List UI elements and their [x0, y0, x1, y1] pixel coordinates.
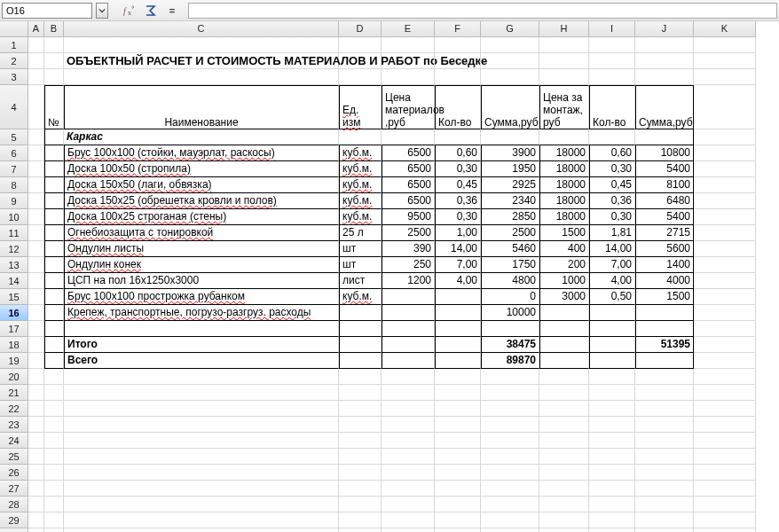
- cell-E13[interactable]: 250: [382, 257, 435, 273]
- row-header-28[interactable]: 28: [0, 497, 28, 512]
- cell-G20[interactable]: [481, 369, 539, 385]
- row-header-21[interactable]: 21: [0, 385, 28, 401]
- cell-A27[interactable]: [28, 481, 44, 497]
- cell-E2[interactable]: [382, 53, 435, 69]
- cell-J17[interactable]: [635, 321, 694, 337]
- cell-A5[interactable]: [28, 129, 44, 145]
- cell-B27[interactable]: [44, 481, 64, 497]
- cell-F2[interactable]: [435, 53, 481, 69]
- cell-K11[interactable]: [694, 225, 756, 241]
- cell-J2[interactable]: [635, 53, 694, 69]
- cell-K22[interactable]: [694, 401, 756, 417]
- cell-I5[interactable]: [589, 129, 635, 145]
- cell-D1[interactable]: [339, 37, 382, 53]
- cell-E30[interactable]: [382, 528, 435, 532]
- cell-C22[interactable]: [64, 401, 339, 417]
- cell-F18[interactable]: [435, 337, 481, 353]
- cell-J12[interactable]: 5600: [635, 241, 694, 257]
- cell-K21[interactable]: [694, 385, 756, 401]
- cell-K29[interactable]: [694, 512, 756, 528]
- cell-I14[interactable]: 4,00: [589, 273, 635, 289]
- cell-C10[interactable]: Доска 100х25 строганая (стены): [64, 209, 339, 225]
- cell-G23[interactable]: [481, 417, 539, 433]
- cell-H27[interactable]: [539, 481, 589, 497]
- cell-A1[interactable]: [28, 37, 44, 53]
- cell-G26[interactable]: [481, 465, 539, 481]
- row-header-14[interactable]: 14: [0, 273, 28, 289]
- cell-E18[interactable]: [382, 337, 435, 353]
- cell-F29[interactable]: [435, 512, 481, 528]
- cell-C18[interactable]: Итого: [64, 337, 339, 353]
- cell-A26[interactable]: [28, 465, 44, 481]
- cell-D5[interactable]: [339, 129, 382, 145]
- cell-J22[interactable]: [635, 401, 694, 417]
- cell-A24[interactable]: [28, 433, 44, 449]
- cell-J20[interactable]: [635, 369, 694, 385]
- cell-D27[interactable]: [339, 481, 382, 497]
- cell-J10[interactable]: 5400: [635, 209, 694, 225]
- cell-J5[interactable]: [635, 129, 694, 145]
- cell-E5[interactable]: [382, 129, 435, 145]
- cell-K5[interactable]: [694, 129, 756, 145]
- cell-B18[interactable]: [44, 337, 64, 353]
- cell-H14[interactable]: 1000: [539, 273, 589, 289]
- cell-G3[interactable]: [481, 69, 539, 85]
- cell-I11[interactable]: 1,81: [589, 225, 635, 241]
- cell-B29[interactable]: [44, 512, 64, 528]
- cell-J13[interactable]: 1400: [635, 257, 694, 273]
- cell-F4[interactable]: Кол-во: [435, 85, 481, 129]
- cell-B16[interactable]: [44, 305, 64, 321]
- cell-J30[interactable]: [635, 528, 694, 532]
- cell-G10[interactable]: 2850: [481, 209, 539, 225]
- cell-A9[interactable]: [28, 193, 44, 209]
- cell-G12[interactable]: 5460: [481, 241, 539, 257]
- cell-A19[interactable]: [28, 353, 44, 369]
- cell-H20[interactable]: [539, 369, 589, 385]
- cell-D18[interactable]: [339, 337, 382, 353]
- cell-J19[interactable]: [635, 353, 694, 369]
- cell-D11[interactable]: 25 л: [339, 225, 382, 241]
- cell-K20[interactable]: [694, 369, 756, 385]
- row-header-6[interactable]: 6: [0, 145, 28, 161]
- cell-H8[interactable]: 18000: [539, 177, 589, 193]
- cell-C29[interactable]: [64, 512, 339, 528]
- cell-I20[interactable]: [589, 369, 635, 385]
- cell-B19[interactable]: [44, 353, 64, 369]
- cell-A2[interactable]: [28, 53, 44, 69]
- col-header-G[interactable]: G: [481, 21, 539, 37]
- cell-J18[interactable]: 51395: [635, 337, 694, 353]
- cell-F17[interactable]: [435, 321, 481, 337]
- cell-C3[interactable]: [64, 69, 339, 85]
- cell-B11[interactable]: [44, 225, 64, 241]
- cell-E17[interactable]: [382, 321, 435, 337]
- cell-H12[interactable]: 400: [539, 241, 589, 257]
- cell-A21[interactable]: [28, 385, 44, 401]
- cell-E7[interactable]: 6500: [382, 161, 435, 177]
- cell-E21[interactable]: [382, 385, 435, 401]
- cell-F22[interactable]: [435, 401, 481, 417]
- cell-D9[interactable]: куб.м.: [339, 193, 382, 209]
- cell-F13[interactable]: 7,00: [435, 257, 481, 273]
- cell-H10[interactable]: 18000: [539, 209, 589, 225]
- cell-H17[interactable]: [539, 321, 589, 337]
- cell-B2[interactable]: [44, 53, 64, 69]
- cell-B13[interactable]: [44, 257, 64, 273]
- cell-C9[interactable]: Доска 150х25 (обрешетка кровли и полов): [64, 193, 339, 209]
- cell-C14[interactable]: ЦСП на пол 16х1250х3000: [64, 273, 339, 289]
- cell-H7[interactable]: 18000: [539, 161, 589, 177]
- cell-E27[interactable]: [382, 481, 435, 497]
- cell-F25[interactable]: [435, 449, 481, 465]
- row-header-19[interactable]: 19: [0, 353, 28, 369]
- col-header-K[interactable]: K: [694, 21, 756, 37]
- cell-F26[interactable]: [435, 465, 481, 481]
- cell-A25[interactable]: [28, 449, 44, 465]
- cell-F8[interactable]: 0,45: [435, 177, 481, 193]
- cell-A20[interactable]: [28, 369, 44, 385]
- cell-G4[interactable]: Сумма,руб: [481, 85, 539, 129]
- cell-C12[interactable]: Ондулин листы: [64, 241, 339, 257]
- cell-B6[interactable]: [44, 145, 64, 161]
- cell-E23[interactable]: [382, 417, 435, 433]
- cell-G6[interactable]: 3900: [481, 145, 539, 161]
- cell-G1[interactable]: [481, 37, 539, 53]
- cell-I4[interactable]: Кол-во: [589, 85, 635, 129]
